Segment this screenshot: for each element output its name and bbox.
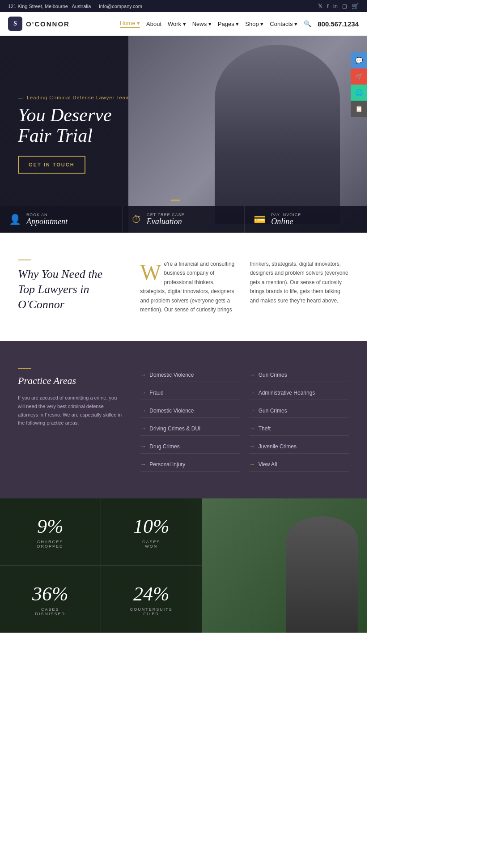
online-title: Online — [271, 217, 301, 226]
arrow-icon: → — [249, 425, 255, 432]
appointment-label: BOOK AN — [26, 213, 68, 217]
hero-content: Leading Criminal Defense Lawyer Team You… — [18, 95, 161, 174]
online-info: PAY INVOICE Online — [271, 213, 301, 226]
online-icon: 💳 — [254, 214, 266, 226]
hero-figure — [215, 45, 340, 224]
arrow-icon: → — [249, 389, 255, 396]
online-label: PAY INVOICE — [271, 213, 301, 217]
phone-number: 800.567.1234 — [318, 20, 359, 28]
practice-label: Gun Crimes — [259, 372, 287, 378]
instagram-icon[interactable]: ◻ — [342, 3, 347, 9]
practice-item-juvenile-crimes[interactable]: → Juvenile Crimes — [249, 439, 349, 454]
practice-item-theft[interactable]: → Theft — [249, 421, 349, 436]
arrow-icon: → — [249, 443, 255, 450]
header: S O'CONNOR Home ▾ About Work ▾ News ▾ Pa… — [0, 12, 367, 36]
dot-2[interactable] — [182, 200, 188, 201]
hero-bottom-appointment[interactable]: 👤 BOOK AN Appointment — [0, 206, 123, 233]
why-left: Why You Need the Top Lawyers in O'Connor — [18, 260, 122, 312]
practice-grid: → Domestic Violence → Gun Crimes → Fraud… — [140, 368, 349, 472]
stat-cases-dismissed: 36% CASESDISMISSED — [0, 566, 101, 633]
nav-home[interactable]: Home ▾ — [120, 20, 140, 28]
arrow-icon: → — [249, 407, 255, 414]
practice-line — [18, 368, 31, 369]
arrow-icon: → — [249, 371, 255, 378]
stats-section: 9% CHARGESDROPPED 10% CASESWON 36% CASES… — [0, 498, 367, 633]
twitter-icon[interactable]: 𝕏 — [318, 3, 322, 9]
cart-icon-btn[interactable]: 🛒 — [351, 68, 367, 85]
arrow-icon: → — [140, 407, 146, 414]
drop-cap: W — [140, 264, 161, 281]
search-icon[interactable]: 🔍 — [304, 20, 311, 27]
clipboard-icon-btn[interactable]: 📋 — [351, 101, 367, 117]
dot-3[interactable] — [191, 200, 196, 201]
logo-icon: S — [8, 17, 22, 31]
email[interactable]: info@company.com — [99, 4, 142, 9]
practice-label: Driving Crimes & DUI — [149, 425, 200, 432]
arrow-icon: → — [249, 461, 255, 468]
practice-label: Fraud — [149, 390, 163, 396]
arrow-icon: → — [140, 461, 146, 468]
hero-bottom-evaluation[interactable]: ⏱ GET FREE CASE Evaluation — [123, 206, 245, 233]
hero-section: Leading Criminal Defense Lawyer Team You… — [0, 36, 367, 233]
stats-grid: 9% CHARGESDROPPED 10% CASESWON 36% CASES… — [0, 498, 202, 633]
practice-label: Gun Crimes — [259, 408, 287, 414]
practice-label: View All — [259, 461, 277, 468]
practice-item-personal-injury[interactable]: → Personal Injury — [140, 457, 240, 472]
stat-charges-dropped: 9% CHARGESDROPPED — [0, 498, 101, 566]
practice-item-driving-crimes[interactable]: → Driving Crimes & DUI — [140, 421, 240, 436]
why-title: Why You Need the Top Lawyers in O'Connor — [18, 267, 122, 312]
evaluation-label: GET FREE CASE — [147, 213, 185, 217]
nav-pages[interactable]: Pages ▾ — [218, 21, 239, 27]
logo-text[interactable]: O'CONNOR — [26, 20, 70, 28]
practice-item-gun-crimes-1[interactable]: → Gun Crimes — [249, 368, 349, 382]
arrow-icon: → — [140, 389, 146, 396]
practice-item-administrative-hearings[interactable]: → Administrative Hearings — [249, 386, 349, 400]
stat-label-4: COUNTERSUITSFILED — [130, 607, 173, 616]
appointment-title: Appointment — [26, 217, 68, 226]
nav-about[interactable]: About — [146, 21, 161, 27]
logo-area: S O'CONNOR — [8, 17, 70, 31]
social-icons: 𝕏 f in ◻ 🛒 — [318, 3, 359, 9]
nav-news[interactable]: News ▾ — [192, 21, 212, 27]
practice-item-view-all[interactable]: → View All — [249, 457, 349, 472]
stat-label-3: CASESDISMISSED — [35, 607, 65, 616]
practice-label: Drug Crimes — [149, 443, 179, 450]
practice-item-fraud[interactable]: → Fraud — [140, 386, 240, 400]
globe-icon-btn[interactable]: 🌐 — [351, 85, 367, 101]
why-right: W e're a financial and consulting busine… — [140, 260, 349, 314]
stat-percent-3: 36% — [32, 583, 68, 605]
get-in-touch-button[interactable]: GET IN TOUCH — [18, 156, 85, 174]
practice-item-gun-crimes-2[interactable]: → Gun Crimes — [249, 404, 349, 418]
arrow-icon: → — [140, 425, 146, 432]
practice-label: Domestic Violence — [149, 372, 194, 378]
linkedin-icon[interactable]: in — [333, 3, 338, 9]
evaluation-icon: ⏱ — [131, 214, 141, 226]
hero-subtitle: Leading Criminal Defense Lawyer Team — [18, 95, 161, 100]
facebook-icon[interactable]: f — [327, 3, 329, 9]
stat-label-2: CASESWON — [142, 540, 161, 549]
evaluation-info: GET FREE CASE Evaluation — [147, 213, 185, 226]
cart-icon[interactable]: 🛒 — [352, 3, 359, 9]
stats-image — [202, 498, 367, 633]
sidebar-icons: 💬 🛒 🌐 📋 — [351, 52, 367, 117]
nav-contacts[interactable]: Contacts ▾ — [270, 21, 297, 27]
appointment-info: BOOK AN Appointment — [26, 213, 68, 226]
arrow-icon: → — [140, 443, 146, 450]
stat-percent-2: 10% — [133, 515, 170, 538]
hero-bottom-online[interactable]: 💳 PAY INVOICE Online — [245, 206, 367, 233]
practice-item-drug-crimes[interactable]: → Drug Crimes — [140, 439, 240, 454]
main-nav: Home ▾ About Work ▾ News ▾ Pages ▾ Shop … — [120, 20, 359, 28]
chat-icon-btn[interactable]: 💬 — [351, 52, 367, 68]
practice-item-domestic-violence-2[interactable]: → Domestic Violence — [140, 404, 240, 418]
dot-1[interactable] — [171, 200, 180, 201]
stat-cases-won: 10% CASESWON — [101, 498, 202, 566]
section-line — [18, 260, 31, 260]
practice-label: Personal Injury — [149, 461, 185, 468]
stat-label-1: CHARGESDROPPED — [37, 540, 64, 549]
practice-item-domestic-violence-1[interactable]: → Domestic Violence — [140, 368, 240, 382]
nav-work[interactable]: Work ▾ — [168, 21, 186, 27]
slider-dots — [171, 200, 196, 201]
nav-shop[interactable]: Shop ▾ — [245, 21, 263, 27]
top-bar-left: 121 King Street, Melbourne , Australia i… — [8, 4, 142, 9]
practice-label: Domestic Violence — [149, 408, 194, 414]
